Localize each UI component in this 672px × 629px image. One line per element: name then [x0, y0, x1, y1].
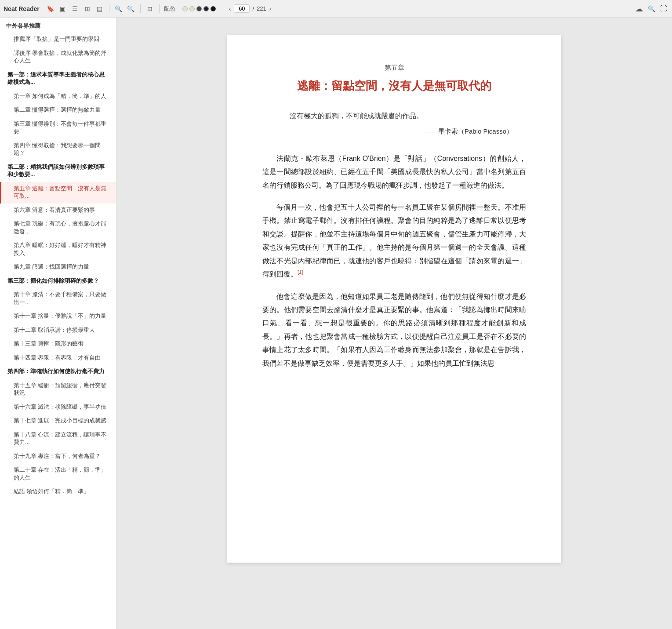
search-icon[interactable]: 🔍: [114, 4, 124, 14]
separator-1: [109, 4, 109, 13]
sidebar-item-ch20[interactable]: 第二十章 存在：活出「精．簡．準」的人生: [0, 463, 116, 485]
sidebar-item-ch9[interactable]: 第九章 篩選：找回選擇的力量: [0, 260, 116, 274]
bookmark-icon[interactable]: 🔖: [46, 4, 55, 14]
search2-icon[interactable]: 🔍: [126, 4, 136, 14]
sidebar-item-ch14[interactable]: 第十四章 界限：有界限，才有自由: [0, 351, 116, 365]
sidebar-item-ch19[interactable]: 第十九章 專注：當下，何者為重？: [0, 450, 116, 464]
book-page: 第五章 逃離：留點空間，沒有人是無可取代的 沒有極大的孤獨，不可能成就嚴肅的作品…: [227, 35, 561, 563]
sidebar-item-ch7[interactable]: 第七章 玩樂：有玩心，擁抱童心才能激發...: [0, 217, 116, 239]
color-dot-2[interactable]: [189, 6, 195, 11]
sidebar-item-ch3[interactable]: 第三章 懂得辨別：不會每一件事都重要: [0, 117, 116, 139]
app-title: Neat Reader: [4, 5, 40, 12]
paragraph-3: 他會這麼做是因為，他知道如果員工老是隨傳隨到，他們便無從得知什麼才是必要的。他們…: [262, 290, 526, 370]
color-dot-1[interactable]: [182, 6, 188, 11]
page-separator: /: [252, 5, 254, 12]
sidebar-item-ch18[interactable]: 第十八章 心流：建立流程，讓瑣事不費力...: [0, 428, 116, 450]
separator-4: [223, 4, 223, 13]
sidebar-item-rec1[interactable]: 推薦序「取捨」是一門重要的學問: [0, 33, 116, 47]
fit-icon[interactable]: ⊡: [145, 4, 155, 14]
content-area: 第五章 逃離：留點空間，沒有人是無可取代的 沒有極大的孤獨，不可能成就嚴肅的作品…: [116, 18, 672, 629]
sidebar-item-ch11[interactable]: 第十一章 捨量：優雅說「不」的力量: [0, 309, 116, 324]
sidebar-item-part4[interactable]: 第四部：準確執行如何使執行毫不費力: [0, 365, 116, 379]
sidebar-item-ch4[interactable]: 第四章 懂得取捨：我想要哪一個問題？: [0, 139, 116, 160]
grid-icon[interactable]: ⊞: [83, 4, 92, 14]
separator-2: [140, 4, 141, 13]
page-navigation: ‹ / 221 ›: [228, 4, 273, 13]
chapter-title: 逃離：留點空間，沒有人是無可取代的: [262, 78, 526, 94]
page-number-input[interactable]: [234, 4, 250, 13]
fullscreen-icon[interactable]: ⛶: [659, 4, 668, 14]
toolbar: Neat Reader 🔖 ▣ ☰ ⊞ ▤ 🔍 🔍 ⊡ 配色 ‹ / 221 ›…: [0, 0, 672, 18]
paragraph-2: 每個月一次，他會把五十人公司裡的每一名員工聚在某個房間裡一整天。不准用手機。禁止…: [262, 201, 526, 281]
sidebar-item-ch13[interactable]: 第十三章 剪輯：隱形的藝術: [0, 337, 116, 351]
footnote-1: [1]: [298, 269, 303, 275]
sidebar-item-ch6[interactable]: 第六章 留意：看清真正要緊的事: [0, 204, 116, 218]
sidebar-item-ch2[interactable]: 第二章 懂得選擇：選擇的無敵力量: [0, 103, 116, 117]
page-total: 221: [257, 5, 266, 12]
main-layout: 中外各界推薦 推薦序「取捨」是一門重要的學問譯後序 學會取捨，成就化繁為簡的舒心…: [0, 18, 672, 629]
separator-3: [159, 4, 160, 13]
color-dot-3[interactable]: [196, 6, 202, 11]
sidebar-item-ch5[interactable]: 第五章 逃離：留點空間，沒有人是無可取...: [0, 182, 116, 204]
sidebar-item-rec2[interactable]: 譯後序 學會取捨，成就化繁為簡的舒心人生: [0, 47, 116, 68]
toolbar-search-icon[interactable]: 🔍: [647, 4, 656, 14]
color-dot-4[interactable]: [203, 6, 209, 11]
menu-icon[interactable]: ☰: [70, 4, 80, 14]
toolbar-right: ☁ 🔍 ⛶: [634, 4, 668, 14]
next-page-button[interactable]: ›: [268, 5, 273, 12]
color-dot-5[interactable]: [211, 6, 216, 11]
sidebar-item-ch1[interactable]: 第一章 如何成為「精．簡．準」的人: [0, 90, 116, 104]
page-wrapper: 第五章 逃離：留點空間，沒有人是無可取代的 沒有極大的孤獨，不可能成就嚴肅的作品…: [227, 35, 561, 611]
sidebar-item-ch15[interactable]: 第十五章 緩衝：預留緩衝，應付突發狀況: [0, 379, 116, 400]
quote-attribution: ——畢卡索（Pablo Picasso）: [276, 125, 513, 138]
sidebar: 中外各界推薦 推薦序「取捨」是一門重要的學問譯後序 學會取捨，成就化繁為簡的舒心…: [0, 18, 116, 629]
sidebar-item-ch8[interactable]: 第八章 睡眠：好好睡，睡好才有精神投入: [0, 239, 116, 260]
sidebar-item-part3[interactable]: 第三部：簡化如何排除瑣碎的多數？: [0, 274, 116, 288]
sidebar-item-part1[interactable]: 第一部：追求本質導準主義者的核心思維模式為...: [0, 68, 116, 90]
cloud-icon[interactable]: ☁: [634, 4, 644, 14]
chapter-label: 第五章: [262, 62, 526, 74]
sidebar-item-part2[interactable]: 第二部：精挑我們該如何辨別多數瑣事和少數要...: [0, 160, 116, 182]
sidebar-item-ch16[interactable]: 第十六章 滅法：移除障礙，事半功倍: [0, 400, 116, 414]
color-label: 配色: [164, 5, 175, 13]
document-icon[interactable]: ▤: [95, 4, 105, 14]
paragraphs-container: 法蘭克・歐布萊恩（Frank O'Brien）是「對話」（Conversatio…: [262, 152, 526, 370]
sidebar-item-end[interactable]: 結語 領悟如何「精．簡．準」: [0, 485, 116, 499]
quote-block: 沒有極大的孤獨，不可能成就嚴肅的作品。 ——畢卡索（Pablo Picasso）: [276, 109, 513, 138]
sidebar-item-ch10[interactable]: 第十章 釐清：不要千種備案，只要做出一...: [0, 288, 116, 309]
prev-page-button[interactable]: ‹: [228, 5, 232, 12]
layout-book-icon[interactable]: ▣: [58, 4, 68, 14]
paragraph-1: 法蘭克・歐布萊恩（Frank O'Brien）是「對話」（Conversatio…: [262, 152, 526, 192]
sidebar-item-ch12[interactable]: 第十二章 取消承諾：停損最重大: [0, 324, 116, 338]
sidebar-items-container: 推薦序「取捨」是一門重要的學問譯後序 學會取捨，成就化繁為簡的舒心人生第一部：追…: [0, 33, 116, 499]
quote-text: 沒有極大的孤獨，不可能成就嚴肅的作品。: [276, 109, 513, 123]
sidebar-item-ch17[interactable]: 第十七章 進展：完成小目標的成就感: [0, 414, 116, 428]
sidebar-header: 中外各界推薦: [0, 18, 116, 33]
color-options: [182, 6, 216, 11]
